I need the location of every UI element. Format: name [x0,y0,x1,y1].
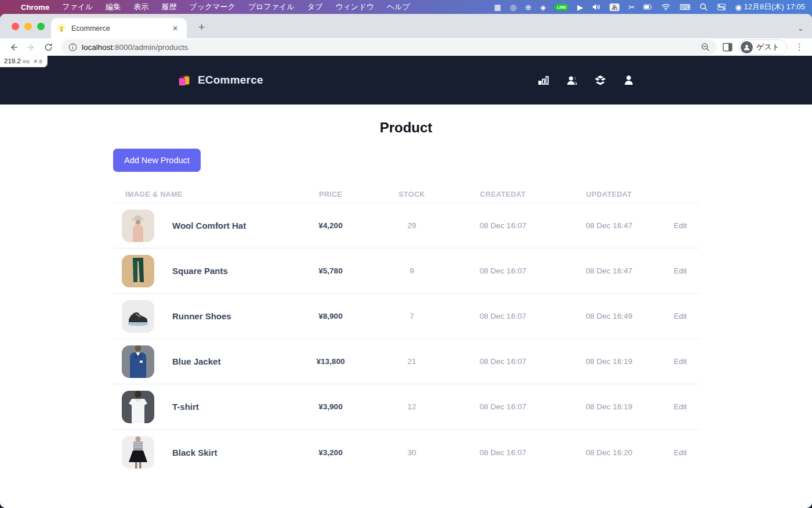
product-created-at: 08 Dec 16:07 [449,266,556,275]
battery-icon[interactable] [643,3,652,11]
back-button[interactable] [6,39,21,55]
add-new-product-button[interactable]: Add New Product [113,149,201,172]
side-panel-icon[interactable] [723,43,733,52]
pen-tool-icon[interactable]: ✂ [628,3,635,11]
site-brand-name: ECommerce [198,74,263,87]
site-header: ECommerce [0,56,812,105]
product-price: ¥3,900 [287,402,374,411]
volume-icon[interactable] [592,3,601,11]
menu-bookmarks[interactable]: ブックマーク [189,2,235,12]
page-viewport: ECommerce [0,56,812,508]
product-row: Wool Comfort Hat ¥4,200 29 08 Dec 16:07 … [113,203,699,248]
product-stock: 7 [374,312,449,320]
col-price: PRICE [287,190,374,199]
col-image-name: IMAGE & NAME [113,190,287,199]
product-updated-at: 08 Dec 16:47 [556,266,662,275]
product-row: Black Skirt ¥3,200 30 08 Dec 16:07 08 De… [113,430,699,475]
product-stock: 12 [374,402,449,411]
new-tab-button[interactable]: + [195,21,208,34]
product-stock: 9 [374,266,449,275]
menu-profiles[interactable]: プロファイル [248,2,295,12]
record-app-icon[interactable]: ◎ [510,3,516,11]
lightbulb-favicon [57,24,66,33]
menu-file[interactable]: ファイル [62,2,93,12]
nav-products-box-icon[interactable] [594,74,607,87]
product-thumbnail [122,436,154,469]
product-updated-at: 08 Dec 16:20 [556,448,662,457]
edit-product-link[interactable]: Edit [662,402,699,411]
menu-view[interactable]: 表示 [133,2,148,12]
close-window-button[interactable] [12,23,19,30]
product-price: ¥13,800 [287,357,374,366]
zoom-window-button[interactable] [37,23,45,30]
spotlight-icon[interactable] [699,3,708,11]
site-brand[interactable]: ECommerce [177,73,263,88]
control-center-icon[interactable] [717,3,726,11]
menu-help[interactable]: ヘルプ [387,2,410,12]
product-row: T-shirt ¥3,900 12 08 Dec 16:07 08 Dec 16… [113,384,699,430]
edit-product-link[interactable]: Edit [662,312,699,320]
edit-product-link[interactable]: Edit [662,448,699,457]
product-stock: 21 [374,357,449,366]
tab-title: Ecommerce [71,24,164,33]
product-created-at: 08 Dec 16:07 [449,357,556,366]
product-price: ¥4,200 [287,221,374,230]
screen-grid-icon[interactable]: ▦ [494,3,501,11]
keyboard-viewer-icon[interactable]: ⌨ [679,3,690,11]
url-path: :8000/admin/products [113,43,188,52]
shopping-bags-logo-icon [177,73,192,88]
product-row: Square Pants ¥5,780 9 08 Dec 16:07 08 De… [113,248,699,294]
minimize-window-button[interactable] [24,23,32,30]
menu-window[interactable]: ウィンドウ [335,2,374,12]
perf-value: 219.2 [4,57,21,64]
line-app-icon[interactable]: LINE [554,3,568,11]
product-price: ¥3,200 [287,448,374,457]
zoom-level-icon[interactable] [701,42,710,52]
page-info-icon[interactable] [68,43,77,52]
tab-close-icon[interactable]: ✕ [169,23,181,34]
reload-button[interactable] [41,39,56,55]
browser-window: Ecommerce ✕ + ⌄ localhost:8000/admin/pro… [0,14,812,508]
ime-japanese-icon[interactable]: あ [610,3,619,11]
window-controls [12,23,45,30]
profile-chip[interactable]: ゲスト [738,39,787,55]
guest-avatar-icon [741,41,753,53]
product-thumbnail [122,300,154,333]
edit-product-link[interactable]: Edit [662,221,699,230]
browser-menu-icon[interactable]: ⋮ [793,42,806,52]
nav-dashboard-chart-icon[interactable] [537,74,550,87]
menu-history[interactable]: 履歴 [161,2,176,12]
tab-search-chevron-icon[interactable]: ⌄ [798,24,804,33]
address-bar[interactable]: localhost:8000/admin/products [61,39,717,55]
product-created-at: 08 Dec 16:07 [449,448,556,457]
product-updated-at: 08 Dec 16:49 [556,312,662,320]
wifi-icon[interactable] [661,3,670,11]
url-text: localhost:8000/admin/products [82,43,188,52]
table-header-row: IMAGE & NAME PRICE STOCK CREATEDAT UPDAT… [113,186,699,203]
product-row: Runner Shoes ¥8,900 7 08 Dec 16:07 08 De… [113,294,699,339]
nav-profile-icon[interactable] [622,74,635,87]
nav-customers-icon[interactable] [566,74,578,87]
browser-tab-ecommerce[interactable]: Ecommerce ✕ [51,18,187,38]
perf-unit: ms [23,59,30,64]
forward-button[interactable] [23,39,38,55]
product-price: ¥8,900 [287,312,374,320]
product-table-body: Wool Comfort Hat ¥4,200 29 08 Dec 16:07 … [113,203,699,475]
product-created-at: 08 Dec 16:07 [449,312,556,320]
play-status-icon[interactable]: ▶ [577,3,583,11]
menu-tab[interactable]: タブ [307,2,323,12]
menu-edit[interactable]: 編集 [106,2,121,12]
pointer-helper-icon[interactable]: ⊕ [525,3,531,11]
product-created-at: 08 Dec 16:07 [449,221,556,230]
edit-product-link[interactable]: Edit [662,266,699,275]
assistant-app-icon[interactable]: ◉ [735,3,741,11]
product-updated-at: 08 Dec 16:19 [556,402,662,411]
menubar-app-name[interactable]: Chrome [21,3,49,12]
product-created-at: 08 Dec 16:07 [449,402,556,411]
product-thumbnail [122,345,154,378]
col-updatedat: UPDATEDAT [556,190,662,199]
sync-app-icon[interactable]: ◈ [540,3,546,11]
menubar-clock[interactable]: 12月8日(木) 17:05 [744,2,806,12]
product-thumbnail [122,391,154,423]
edit-product-link[interactable]: Edit [662,357,699,366]
